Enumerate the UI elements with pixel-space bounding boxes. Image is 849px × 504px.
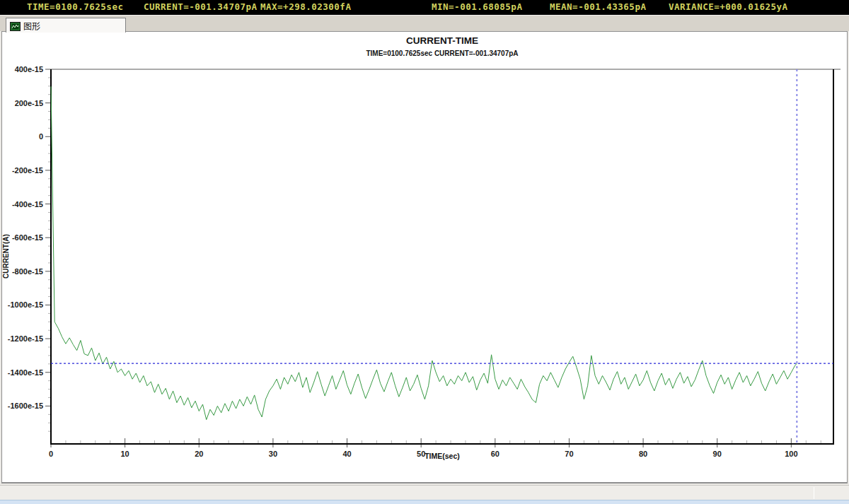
- status-bar: [0, 485, 849, 500]
- tab-bar: 图形: [0, 15, 849, 31]
- svg-text:-600e-15: -600e-15: [12, 233, 43, 242]
- readout-current: CURRENT=-001.34707pA: [144, 1, 258, 12]
- readout-max: MAX=+298.02300fA: [260, 1, 351, 12]
- svg-text:-400e-15: -400e-15: [12, 200, 43, 209]
- chart-icon: [10, 21, 21, 30]
- svg-text:400e-15: 400e-15: [15, 65, 43, 74]
- status-bar-separator: [814, 487, 814, 499]
- svg-text:0: 0: [39, 132, 43, 141]
- chart-panel: CURRENT-TIME TIME=0100.7625sec CURRENT=-…: [1, 31, 848, 484]
- plot-area[interactable]: 0102030405060708090100400e-15200e-150-20…: [2, 32, 848, 466]
- readout-variance: VARIANCE=+000.01625yA: [669, 1, 788, 12]
- svg-text:-1400e-15: -1400e-15: [8, 368, 43, 377]
- svg-text:-1600e-15: -1600e-15: [8, 402, 43, 410]
- readout-mean: MEAN=-001.43365pA: [550, 1, 646, 12]
- readout-time: TIME=0100.7625sec: [27, 1, 123, 12]
- svg-text:-1200e-15: -1200e-15: [8, 334, 43, 343]
- bottom-strip: [0, 500, 849, 504]
- svg-text:200e-15: 200e-15: [15, 99, 43, 107]
- measurement-readout-bar: TIME=0100.7625sec CURRENT=-001.34707pA M…: [0, 0, 849, 15]
- current-trace: [51, 86, 797, 419]
- tab-graph-label: 图形: [23, 20, 40, 32]
- tab-graph[interactable]: 图形: [6, 18, 126, 33]
- svg-text:-800e-15: -800e-15: [12, 267, 43, 276]
- svg-text:-200e-15: -200e-15: [12, 166, 43, 175]
- x-axis-label: TIME(sec): [51, 452, 833, 460]
- readout-min: MIN=-001.68085pA: [432, 1, 522, 12]
- svg-text:-1000e-15: -1000e-15: [8, 300, 43, 309]
